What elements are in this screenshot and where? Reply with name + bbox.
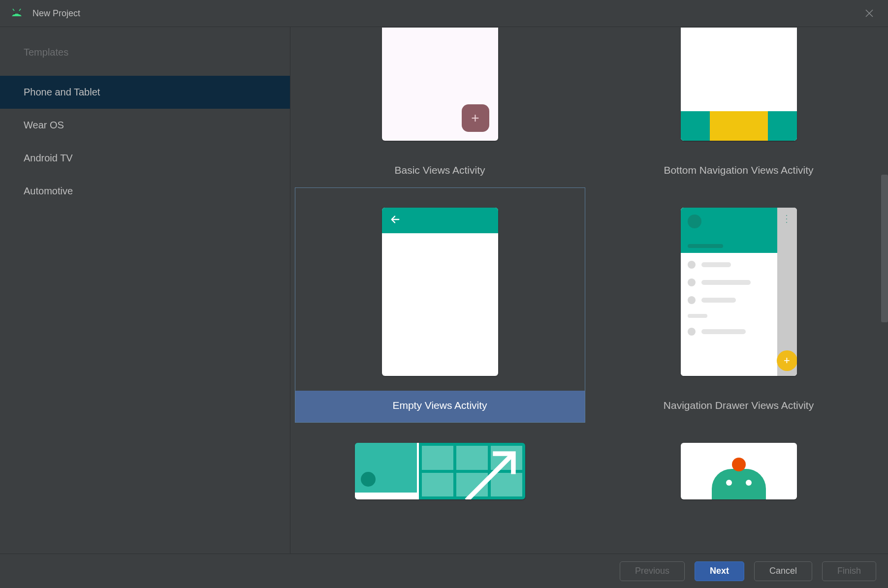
sidebar-item-label: Automotive bbox=[24, 186, 73, 196]
plus-icon: + bbox=[462, 104, 489, 132]
svg-line-2 bbox=[13, 9, 14, 11]
template-label: Navigation Drawer Views Activity bbox=[594, 391, 884, 422]
template-card-partial[interactable] bbox=[594, 423, 884, 500]
finish-button[interactable]: Finish bbox=[822, 561, 876, 581]
next-button[interactable]: Next bbox=[695, 561, 744, 581]
template-bottom-navigation-views-activity[interactable]: Bottom Navigation Views Activity bbox=[594, 27, 884, 187]
template-preview bbox=[681, 423, 797, 499]
sidebar: Templates Phone and Tablet Wear OS Andro… bbox=[0, 27, 290, 554]
svg-line-6 bbox=[467, 454, 513, 499]
expand-arrow-icon bbox=[461, 448, 519, 499]
sidebar-item-phone-tablet[interactable]: Phone and Tablet bbox=[0, 76, 290, 109]
sidebar-item-automotive[interactable]: Automotive bbox=[0, 175, 290, 208]
close-icon[interactable] bbox=[865, 9, 873, 17]
sidebar-item-label: Phone and Tablet bbox=[24, 87, 100, 97]
template-preview bbox=[681, 28, 797, 155]
template-empty-views-activity[interactable]: Empty Views Activity bbox=[295, 187, 585, 423]
template-label: Bottom Navigation Views Activity bbox=[594, 155, 884, 187]
template-basic-views-activity[interactable]: + Basic Views Activity bbox=[295, 27, 585, 187]
svg-line-3 bbox=[19, 9, 21, 11]
sidebar-item-wear-os[interactable]: Wear OS bbox=[0, 109, 290, 142]
sidebar-item-label: Android TV bbox=[24, 153, 73, 163]
svg-point-0 bbox=[14, 13, 15, 15]
sidebar-item-label: Wear OS bbox=[24, 120, 64, 130]
cancel-button[interactable]: Cancel bbox=[754, 561, 812, 581]
back-arrow-icon bbox=[390, 214, 401, 227]
android-icon bbox=[10, 8, 24, 18]
template-preview bbox=[355, 423, 525, 499]
svg-point-1 bbox=[19, 13, 20, 15]
template-preview bbox=[382, 188, 498, 391]
dialog-footer: Previous Next Cancel Finish bbox=[0, 554, 888, 588]
dialog-title: New Project bbox=[32, 8, 865, 19]
scrollbar-thumb[interactable] bbox=[881, 175, 888, 322]
kebab-menu-icon: ⋮ bbox=[782, 213, 793, 224]
template-card-partial[interactable] bbox=[295, 423, 585, 500]
template-navigation-drawer-views-activity[interactable]: ⋮ + Navigation Drawer Views Activity bbox=[594, 187, 884, 423]
template-preview: ⋮ + bbox=[681, 188, 797, 391]
titlebar: New Project bbox=[0, 0, 888, 27]
dialog-body: Templates Phone and Tablet Wear OS Andro… bbox=[0, 27, 888, 554]
template-gallery[interactable]: + Basic Views Activity bbox=[290, 27, 888, 554]
sidebar-item-android-tv[interactable]: Android TV bbox=[0, 142, 290, 175]
new-project-dialog: New Project Templates Phone and Tablet W… bbox=[0, 0, 888, 588]
template-label: Basic Views Activity bbox=[295, 155, 585, 187]
sidebar-heading: Templates bbox=[0, 47, 290, 76]
previous-button[interactable]: Previous bbox=[620, 561, 685, 581]
template-preview: + bbox=[382, 28, 498, 155]
template-label: Empty Views Activity bbox=[295, 391, 585, 422]
plus-icon: + bbox=[777, 350, 797, 371]
